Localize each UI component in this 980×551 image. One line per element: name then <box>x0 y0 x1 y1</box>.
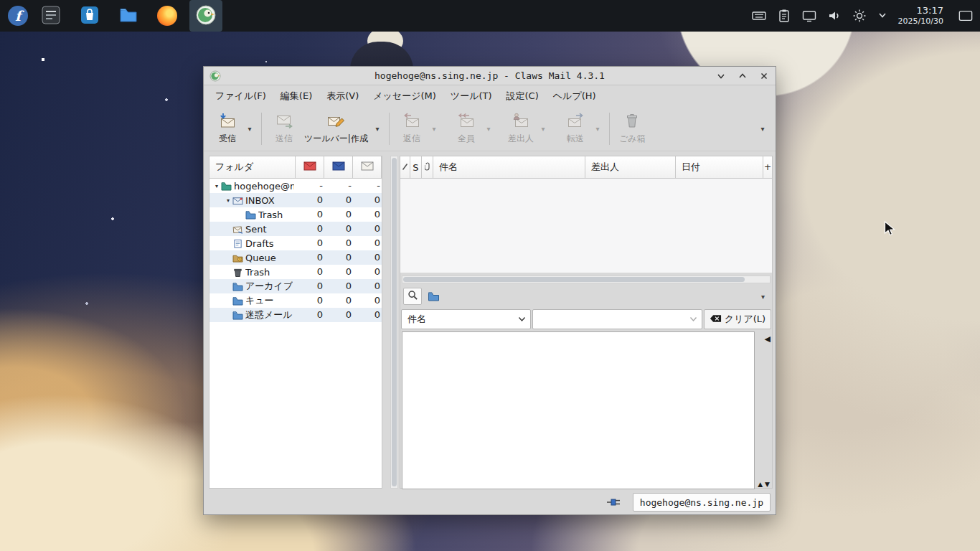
clear-search-button[interactable]: クリア(L) <box>704 309 771 329</box>
unread-count-column-header[interactable] <box>324 156 353 179</box>
scroll-down-icon[interactable]: ▼ <box>765 481 772 488</box>
reply-all-icon <box>457 113 476 131</box>
folder-row-drafts[interactable]: Drafts 0 0 0 <box>209 236 382 250</box>
receive-button[interactable]: 受信 <box>211 110 244 149</box>
new-count-column-header[interactable] <box>296 156 324 179</box>
folder-row-inbox[interactable]: ▾ INBOX 0 0 0 <box>209 193 382 207</box>
app-launcher-button[interactable]: f <box>1 0 34 32</box>
window-close-button[interactable] <box>758 70 770 82</box>
tray-expander-chevron-icon[interactable] <box>877 10 887 22</box>
scrollbar-handle[interactable] <box>392 158 397 486</box>
collapse-pane-arrow[interactable]: ◀ <box>765 334 771 344</box>
compose-mail-icon <box>326 113 345 131</box>
reply-all-label: 全員 <box>458 133 475 145</box>
search-scope-folder-icon[interactable] <box>428 291 440 301</box>
scrollbar-handle[interactable] <box>403 277 745 282</box>
search-entry-combo[interactable] <box>532 309 702 329</box>
total-count-column-header[interactable] <box>353 156 382 179</box>
firefox-app-button[interactable] <box>151 0 184 32</box>
window-maximize-button[interactable] <box>737 70 748 82</box>
display-icon[interactable] <box>802 9 816 23</box>
pane-splitter[interactable] <box>382 156 390 489</box>
menu-edit[interactable]: 編集(E) <box>273 85 319 107</box>
folder-icon <box>118 5 138 27</box>
task-manager-app-button[interactable] <box>34 0 67 32</box>
folder-row-account[interactable]: ▾ hogehoge@ns.sing.ne.jp - - - <box>209 179 382 193</box>
reply-button[interactable]: 返信 <box>395 110 428 149</box>
folder-row-junk[interactable]: 迷惑メール 0 0 0 <box>209 308 382 322</box>
subject-column-header[interactable]: 件名 <box>433 156 585 179</box>
date-column-header[interactable]: 日付 <box>676 156 763 179</box>
reply-all-dropdown-arrow[interactable]: ▾ <box>483 110 494 149</box>
claws-mail-app-button[interactable] <box>189 0 222 32</box>
menu-message[interactable]: メッセージ(M) <box>366 85 443 107</box>
expander-icon[interactable]: ▾ <box>212 183 221 189</box>
search-input[interactable] <box>533 310 684 329</box>
reply-sender-dropdown-arrow[interactable]: ▾ <box>537 110 549 149</box>
folder-unread-count: 0 <box>326 279 352 293</box>
add-column-label: + <box>764 162 771 172</box>
show-desktop-icon[interactable] <box>958 9 973 23</box>
desktop: f <box>0 0 980 551</box>
message-nav-arrows[interactable]: ▲▼ <box>758 481 772 488</box>
folder-row-sent[interactable]: Sent 0 0 0 <box>209 222 382 236</box>
send-button[interactable]: 送信 <box>268 110 301 149</box>
toolbar-overflow-arrow[interactable]: ▾ <box>757 110 768 149</box>
message-list-hscrollbar[interactable] <box>402 276 771 283</box>
menu-file[interactable]: ファイル(F) <box>208 85 273 107</box>
folder-pane-scrollbar[interactable] <box>390 156 398 489</box>
window-titlebar[interactable]: hogehoge@ns.sing.ne.jp - Claws Mail 4.3.… <box>204 67 776 85</box>
dropdown-arrow-icon: ▾ <box>760 125 764 133</box>
folder-name: hogehoge@ns.sing.ne.jp <box>234 181 294 192</box>
menu-help[interactable]: ヘルプ(H) <box>546 85 603 107</box>
discover-store-app-button[interactable] <box>73 0 106 32</box>
search-type-combo[interactable]: 件名 <box>401 309 531 329</box>
mark-column-header[interactable] <box>400 156 410 179</box>
folder-row-queue2[interactable]: キュー 0 0 0 <box>209 293 382 308</box>
quick-search-options-arrow[interactable]: ▾ <box>761 293 769 301</box>
receive-dropdown-arrow[interactable]: ▾ <box>244 110 255 149</box>
compose-button[interactable]: ツールバー|作成 <box>301 110 372 149</box>
online-status-icon[interactable] <box>607 497 626 507</box>
attachment-column-header[interactable] <box>422 156 433 179</box>
folder-row-inbox-trash[interactable]: Trash 0 0 0 <box>209 207 382 222</box>
status-column-header[interactable]: S <box>410 156 422 179</box>
folder-total-count: 0 <box>354 207 380 222</box>
trash-button[interactable]: ごみ箱 <box>616 110 649 149</box>
folder-unread-count: 0 <box>326 293 352 308</box>
quick-search-toggle-button[interactable] <box>403 288 422 305</box>
menu-configuration[interactable]: 設定(C) <box>499 85 546 107</box>
file-manager-app-button[interactable] <box>112 0 145 32</box>
compose-dropdown-arrow[interactable]: ▾ <box>372 110 383 149</box>
menu-view[interactable]: 表示(V) <box>319 85 366 107</box>
reply-all-button[interactable]: 全員 <box>450 110 483 149</box>
backspace-clear-icon <box>710 314 722 325</box>
volume-icon[interactable] <box>827 9 842 23</box>
claws-mail-window: hogehoge@ns.sing.ne.jp - Claws Mail 4.3.… <box>203 66 776 515</box>
forward-dropdown-arrow[interactable]: ▾ <box>592 110 603 149</box>
brightness-icon[interactable] <box>852 9 867 23</box>
expander-icon[interactable]: ▾ <box>224 197 232 204</box>
folder-row-trash[interactable]: Trash 0 0 0 <box>209 265 382 279</box>
add-column-button[interactable]: + <box>763 156 772 179</box>
clipboard-icon[interactable] <box>777 9 791 23</box>
message-list-body[interactable] <box>400 179 772 273</box>
menu-tools[interactable]: ツール(T) <box>443 85 499 107</box>
input-method-icon[interactable] <box>752 9 766 23</box>
window-shade-button[interactable] <box>715 70 727 82</box>
account-folder-icon <box>221 182 234 191</box>
folder-new-count: 0 <box>297 293 323 308</box>
forward-button[interactable]: 転送 <box>559 110 592 149</box>
reply-dropdown-arrow[interactable]: ▾ <box>428 110 440 149</box>
folder-column-label: フォルダ <box>215 161 253 174</box>
unread-mail-column-icon <box>332 161 345 173</box>
message-view[interactable] <box>402 331 755 489</box>
account-selector[interactable]: hogehoge@ns.sing.ne.jp <box>633 493 771 512</box>
clock-widget[interactable]: 13:17 2025/10/30 <box>898 5 943 27</box>
folder-row-archive[interactable]: アーカイブ 0 0 0 <box>209 279 382 293</box>
folder-column-header[interactable]: フォルダ <box>209 156 296 179</box>
folder-row-queue[interactable]: Queue 0 0 0 <box>209 250 382 265</box>
scroll-up-icon[interactable]: ▲ <box>758 481 765 488</box>
from-column-header[interactable]: 差出人 <box>585 156 676 179</box>
reply-to-sender-button[interactable]: 差出人 <box>504 110 537 149</box>
